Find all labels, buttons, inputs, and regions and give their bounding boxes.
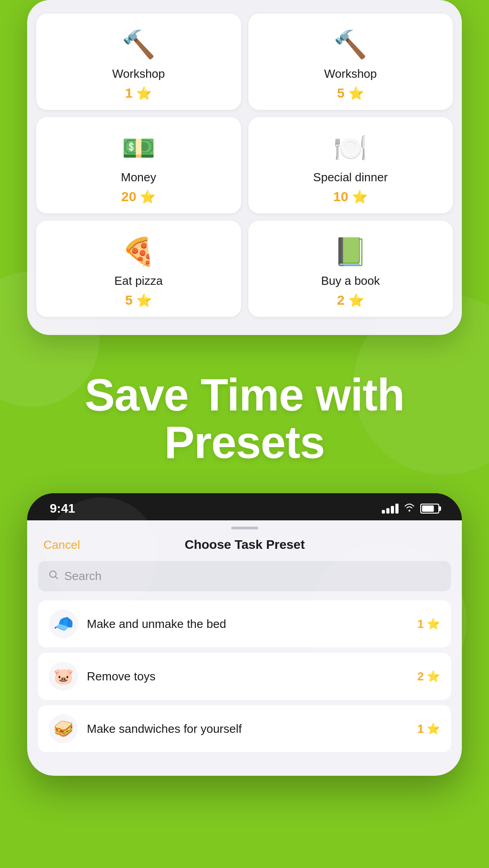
buy-a-book-points-number: 2 <box>337 292 345 308</box>
signal-bar-4 <box>395 504 399 514</box>
money-icon: 💵 <box>120 130 157 166</box>
money-star: ⭐ <box>140 189 156 204</box>
screen-bottom-padding <box>27 758 462 776</box>
workshop1-name: Workshop <box>112 67 165 81</box>
special-dinner-points-number: 10 <box>333 189 348 204</box>
task-sandwiches-points-num: 1 <box>418 722 424 736</box>
workshop5-name: Workshop <box>324 67 377 81</box>
task-item-sandwiches[interactable]: 🥪 Make sandwiches for yourself 1 ⭐ <box>38 705 451 752</box>
buy-a-book-icon: 📗 <box>332 233 369 269</box>
remove-toys-icon: 🐷 <box>49 662 78 691</box>
eat-pizza-points: 5 ⭐ <box>125 292 152 308</box>
deco-circle-3 <box>45 497 158 610</box>
workshop1-points-number: 1 <box>125 85 133 101</box>
handle-bar <box>231 527 258 529</box>
workshop5-icon: 🔨 <box>332 26 369 62</box>
eat-pizza-star: ⭐ <box>136 293 152 308</box>
special-dinner-name: Special dinner <box>313 170 388 184</box>
workshop1-star: ⭐ <box>136 86 152 101</box>
eat-pizza-name: Eat pizza <box>114 274 163 288</box>
top-phone-card: 🔨 Workshop 1 ⭐ 🔨 Workshop 5 ⭐ 💵 Money 20… <box>27 0 462 335</box>
task-sandwiches-star: ⭐ <box>427 722 440 735</box>
buy-a-book-points: 2 ⭐ <box>337 292 364 308</box>
wifi-icon <box>404 503 415 514</box>
signal-bars-icon <box>382 504 399 514</box>
signal-bar-3 <box>391 506 394 514</box>
signal-bar-2 <box>386 508 389 514</box>
special-dinner-star: ⭐ <box>352 189 368 204</box>
reward-card-workshop5[interactable]: 🔨 Workshop 5 ⭐ <box>248 14 453 110</box>
workshop1-icon: 🔨 <box>120 26 157 62</box>
sandwiches-icon: 🥪 <box>49 714 78 743</box>
task-sandwiches-points: 1 ⭐ <box>418 722 440 736</box>
reward-card-workshop1[interactable]: 🔨 Workshop 1 ⭐ <box>36 14 241 110</box>
bed-task-icon: 🧢 <box>49 609 78 638</box>
reward-card-special-dinner[interactable]: 🍽️ Special dinner 10 ⭐ <box>248 117 453 213</box>
rewards-grid: 🔨 Workshop 1 ⭐ 🔨 Workshop 5 ⭐ 💵 Money 20… <box>36 14 453 317</box>
special-dinner-points: 10 ⭐ <box>333 189 368 204</box>
workshop5-star: ⭐ <box>348 86 364 101</box>
eat-pizza-points-number: 5 <box>125 292 133 308</box>
money-points: 20 ⭐ <box>121 189 156 204</box>
battery-icon <box>420 504 439 514</box>
headline-line2: Presets <box>164 417 324 467</box>
special-dinner-icon: 🍽️ <box>332 130 369 166</box>
workshop5-points-number: 5 <box>337 85 345 101</box>
money-name: Money <box>121 170 156 184</box>
deco-circle-4 <box>308 542 466 701</box>
money-points-number: 20 <box>121 189 136 204</box>
workshop5-points: 5 ⭐ <box>337 85 364 101</box>
sheet-title: Choose Task Preset <box>185 538 305 552</box>
buy-a-book-name: Buy a book <box>321 274 380 288</box>
eat-pizza-icon: 🍕 <box>120 233 157 269</box>
reward-card-money[interactable]: 💵 Money 20 ⭐ <box>36 117 241 213</box>
buy-a-book-star: ⭐ <box>348 293 364 308</box>
page-bottom-padding <box>0 776 489 794</box>
signal-bar-1 <box>382 510 385 514</box>
battery-fill <box>422 505 434 512</box>
status-icons <box>382 503 439 514</box>
task-sandwiches-name: Make sandwiches for yourself <box>87 722 408 736</box>
workshop1-points: 1 ⭐ <box>125 85 152 101</box>
